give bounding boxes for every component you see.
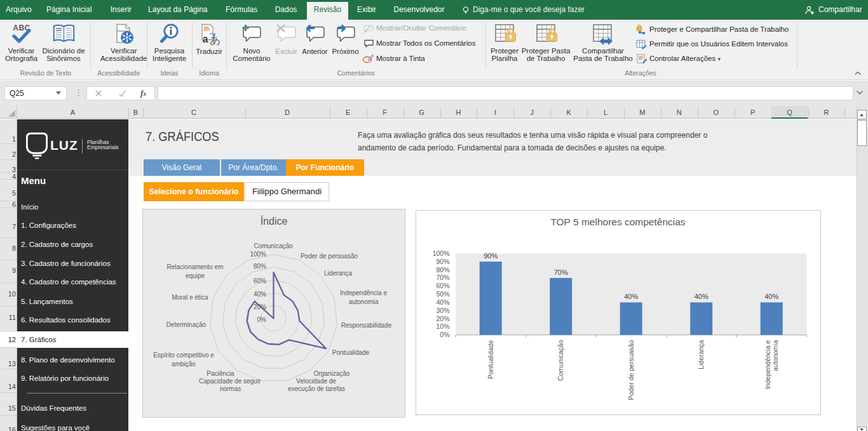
svg-text:60%: 60% xyxy=(436,282,449,289)
svg-text:40%: 40% xyxy=(764,293,778,300)
svg-text:40%: 40% xyxy=(695,293,709,300)
svg-text:Moral e ética: Moral e ética xyxy=(172,294,208,301)
svg-text:50%: 50% xyxy=(436,290,449,298)
svg-text:autonomia: autonomia xyxy=(349,298,379,305)
svg-text:Velocidade de: Velocidade de xyxy=(296,378,336,385)
svg-text:60%: 60% xyxy=(254,277,266,284)
svg-text:0%: 0% xyxy=(440,331,449,338)
svg-text:Paciência: Paciência xyxy=(207,370,234,377)
svg-text:a: a xyxy=(203,34,208,44)
svg-text:Liderança: Liderança xyxy=(324,270,352,277)
svg-text:90%: 90% xyxy=(436,258,449,265)
svg-text:Independência e: Independência e xyxy=(764,340,771,390)
svg-text:90%: 90% xyxy=(484,252,498,260)
svg-text:100%: 100% xyxy=(433,249,450,257)
svg-text:Liderança: Liderança xyxy=(697,340,705,369)
svg-text:Pontualidade: Pontualidade xyxy=(487,340,494,379)
svg-text:40%: 40% xyxy=(254,291,266,298)
svg-text:80%: 80% xyxy=(254,263,266,270)
svg-text:Capacidade de seguir: Capacidade de seguir xyxy=(199,378,261,385)
svg-text:100%: 100% xyxy=(250,251,266,258)
svg-text:Independência e: Independência e xyxy=(340,289,387,296)
svg-text:normas: normas xyxy=(220,385,241,392)
svg-text:autonomia: autonomia xyxy=(771,340,779,371)
svg-text:Responsabilidade: Responsabilidade xyxy=(341,322,392,329)
svg-text:ambição: ambição xyxy=(172,361,196,368)
svg-text:40%: 40% xyxy=(436,298,449,306)
svg-text:Poder de persuasão: Poder de persuasão xyxy=(301,253,358,260)
svg-text:execução de tarefas: execução de tarefas xyxy=(288,385,345,392)
svg-text:Espírito competitivo e: Espírito competitivo e xyxy=(153,352,214,359)
svg-text:Relacionamento em: Relacionamento em xyxy=(167,263,224,270)
svg-text:あ: あ xyxy=(210,34,220,45)
svg-text:Organização: Organização xyxy=(314,370,350,377)
svg-text:10%: 10% xyxy=(436,322,449,330)
svg-text:Poder de persuasão: Poder de persuasão xyxy=(627,340,635,401)
svg-text:equipe: equipe xyxy=(186,272,205,279)
svg-text:20%: 20% xyxy=(254,303,266,310)
svg-text:40%: 40% xyxy=(624,293,638,300)
svg-text:TOP 5 melhores competências: TOP 5 melhores competências xyxy=(550,216,685,227)
svg-text:80%: 80% xyxy=(436,266,449,274)
svg-text:Pontualidade: Pontualidade xyxy=(332,349,370,356)
svg-text:20%: 20% xyxy=(436,315,449,322)
svg-text:Comunicação: Comunicação xyxy=(254,242,293,249)
svg-text:30%: 30% xyxy=(436,307,449,314)
svg-text:70%: 70% xyxy=(436,274,449,281)
svg-text:Determinação: Determinação xyxy=(166,321,207,328)
svg-text:70%: 70% xyxy=(554,269,568,276)
svg-text:Índice: Índice xyxy=(261,215,288,227)
svg-text:0%: 0% xyxy=(257,316,267,323)
svg-text:Comunicação: Comunicação xyxy=(557,340,564,381)
